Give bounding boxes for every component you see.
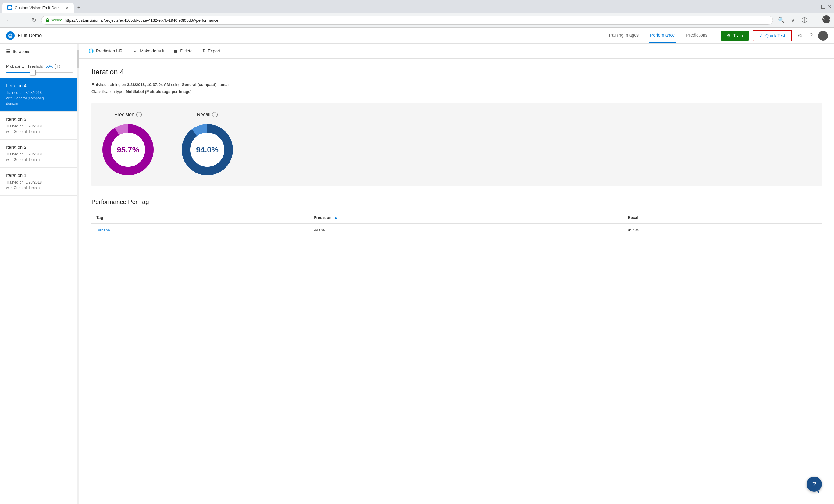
probability-info-icon[interactable]: i	[54, 64, 60, 69]
menu-button[interactable]: ⋮	[811, 15, 821, 25]
quick-test-button[interactable]: ✓ Quick Test	[753, 30, 792, 41]
iteration-sub-4: Trained on: 3/28/2018 with General domai…	[6, 180, 73, 191]
iterations-list: Iteration 4Trained on: 3/28/2018 with Ge…	[0, 78, 79, 196]
logo-icon	[6, 31, 15, 40]
iteration-item-3[interactable]: Iteration 2Trained on: 3/28/2018 with Ge…	[0, 140, 79, 168]
slider-thumb[interactable]	[30, 70, 36, 75]
make-default-button[interactable]: ✓ Make default	[134, 47, 164, 54]
close-window-button[interactable]: ✕	[828, 5, 832, 9]
col-precision[interactable]: Precision ▲	[309, 212, 623, 224]
col-recall[interactable]: Recall	[623, 212, 822, 224]
iteration-sub-3: Trained on: 3/28/2018 with General domai…	[6, 152, 73, 162]
slider-fill	[6, 72, 33, 73]
tab-title: Custom Vision: Fruit Dem...	[15, 5, 63, 10]
bookmark-button[interactable]: ★	[788, 15, 798, 25]
performance-per-tag-title: Performance Per Tag	[91, 198, 822, 205]
user-profile-button[interactable]	[818, 31, 828, 41]
iterations-label: Iterations	[13, 49, 30, 54]
user-avatar[interactable]: Anna	[822, 15, 830, 23]
main-nav: Training Images Performance Predictions	[607, 28, 708, 43]
gear-icon: ⚙	[727, 33, 731, 38]
sidebar-header: ☰ Iterations	[0, 44, 79, 60]
export-button[interactable]: ↧ Export	[202, 47, 220, 54]
recall-info-icon[interactable]: i	[212, 112, 218, 117]
sort-icon: ▲	[334, 215, 338, 220]
settings-button[interactable]: ⚙	[796, 30, 804, 41]
iteration-item-1[interactable]: Iteration 4Trained on: 3/28/2018 with Ge…	[0, 78, 79, 112]
probability-slider[interactable]	[6, 72, 73, 73]
charts-section: Precision i 95.7% Rec	[91, 103, 822, 186]
precision-chart: Precision i 95.7%	[101, 112, 155, 177]
close-tab-button[interactable]: ✕	[66, 5, 69, 10]
iteration-title-2: Iteration 3	[6, 116, 73, 122]
scrollbar-thumb[interactable]	[76, 50, 79, 68]
nav-training-images[interactable]: Training Images	[607, 28, 640, 43]
content-area: 🌐 Prediction URL ✓ Make default 🗑 Delete…	[79, 44, 834, 504]
info-button[interactable]: ⓘ	[799, 15, 810, 25]
recall-title: Recall i	[197, 112, 218, 117]
browser-controls-bar: ← → ↻ Secure https://customvision.ai/pro…	[0, 13, 834, 27]
recall-value: 94.0%	[196, 145, 219, 154]
main-layout: ☰ Iterations Probability Threshold: 50% …	[0, 44, 834, 504]
header-right: ⚙ Train ✓ Quick Test ⚙ ?	[721, 30, 828, 41]
prediction-url-button[interactable]: 🌐 Prediction URL	[88, 47, 125, 54]
globe-icon: 🌐	[88, 48, 93, 53]
app-header: Fruit Demo Training Images Performance P…	[0, 28, 834, 44]
scrollbar-track[interactable]	[76, 44, 79, 504]
browser-right-controls: 🔍 ★ ⓘ ⋮ Anna	[775, 15, 830, 25]
iterations-icon: ☰	[6, 48, 10, 54]
refresh-button[interactable]: ↻	[29, 16, 39, 25]
tag-name-cell: Banana	[91, 224, 309, 236]
new-tab-button[interactable]: +	[74, 2, 84, 13]
toolbar: 🌐 Prediction URL ✓ Make default 🗑 Delete…	[79, 44, 834, 59]
back-button[interactable]: ←	[4, 16, 14, 25]
maximize-button[interactable]	[821, 5, 825, 9]
col-tag[interactable]: Tag	[91, 212, 309, 224]
train-button[interactable]: ⚙ Train	[721, 31, 749, 41]
sidebar: ☰ Iterations Probability Threshold: 50% …	[0, 44, 79, 504]
tag-table-head: Tag Precision ▲ Recall	[91, 212, 822, 224]
help-icon: ?	[812, 480, 816, 488]
precision-title: Precision i	[114, 112, 142, 117]
iteration-title-1: Iteration 4	[6, 83, 73, 88]
nav-performance[interactable]: Performance	[649, 28, 676, 43]
forward-button[interactable]: →	[17, 16, 27, 25]
tag-table: Tag Precision ▲ Recall Banana99.0%95.5%	[91, 212, 822, 236]
secure-badge: Secure	[46, 18, 62, 22]
svg-rect-1	[46, 20, 49, 22]
probability-value: 50%	[45, 64, 53, 69]
iteration-item-2[interactable]: Iteration 3Trained on: 3/28/2018 with Ge…	[0, 112, 79, 140]
tab-favicon	[7, 5, 12, 10]
table-row: Banana99.0%95.5%	[91, 224, 822, 236]
iteration-item-4[interactable]: Iteration 1Trained on: 3/28/2018 with Ge…	[0, 168, 79, 196]
iteration-info: Finished training on 3/28/2018, 10:37:04…	[91, 81, 822, 95]
help-header-button[interactable]: ?	[808, 30, 814, 41]
slider-track	[6, 72, 73, 73]
page-title: Iteration 4	[91, 68, 822, 76]
delete-button[interactable]: 🗑 Delete	[173, 47, 192, 54]
iteration-sub-2: Trained on: 3/28/2018 with General domai…	[6, 124, 73, 134]
browser-chrome: Custom Vision: Fruit Dem... ✕ + ✕ ← → ↻ …	[0, 0, 834, 28]
tag-recall-cell: 95.5%	[623, 224, 822, 236]
app-name: Fruit Demo	[18, 33, 42, 38]
search-button[interactable]: 🔍	[775, 15, 787, 25]
active-tab[interactable]: Custom Vision: Fruit Dem... ✕	[2, 3, 74, 13]
address-bar[interactable]: Secure https://customvision.ai/projects/…	[41, 16, 773, 25]
iteration-title-4: Iteration 1	[6, 173, 73, 178]
export-icon: ↧	[202, 48, 205, 53]
recall-chart: Recall i 94.0%	[180, 112, 235, 177]
nav-predictions[interactable]: Predictions	[685, 28, 708, 43]
minimize-button[interactable]	[814, 9, 818, 9]
recall-donut: 94.0%	[180, 122, 235, 177]
svg-point-0	[8, 6, 12, 9]
trash-icon: 🗑	[173, 48, 178, 53]
iteration-sub-1: Trained on: 3/28/2018 with General (comp…	[6, 90, 73, 106]
precision-info-icon[interactable]: i	[136, 112, 142, 117]
check-icon: ✓	[134, 48, 137, 53]
tag-link[interactable]: Banana	[96, 228, 110, 232]
tag-table-body: Banana99.0%95.5%	[91, 224, 822, 236]
checkmark-icon: ✓	[759, 33, 763, 38]
help-bubble[interactable]: ?	[807, 477, 822, 492]
main-content: Iteration 4 Finished training on 3/28/20…	[79, 59, 834, 245]
precision-donut: 95.7%	[101, 122, 155, 177]
